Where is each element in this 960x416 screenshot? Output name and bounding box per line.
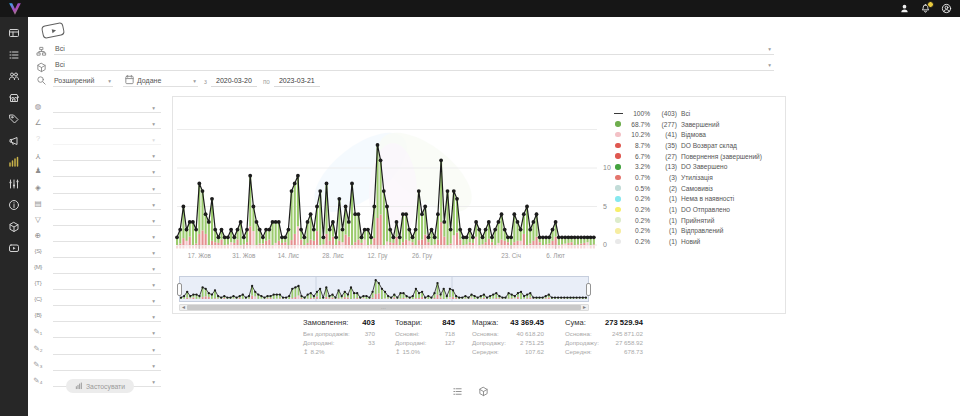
legend-item[interactable]: 3.2%(13)DO Завершено <box>613 161 762 172</box>
sales-channel-filter-select[interactable]: ▾ <box>53 118 161 129</box>
chevron-down-icon: ▾ <box>152 202 155 209</box>
help-filter-select[interactable]: ▾ <box>53 134 161 145</box>
date-to-input[interactable]: 2023-03-21 <box>274 77 320 87</box>
legend-item[interactable]: 8.7%(35)DO Возврат склад <box>613 140 762 151</box>
date-from-input[interactable]: 2020-03-20 <box>211 77 257 87</box>
legend-item[interactable]: 0.2%(1)Відправлений <box>613 226 762 237</box>
legend-item[interactable]: 0.2%(1)Новий <box>613 236 762 247</box>
product-filter-select[interactable]: ▾ <box>53 183 161 194</box>
video-widget-button[interactable] <box>41 22 65 39</box>
product-filter-icon: ◈ <box>31 183 45 194</box>
manager-filter-select[interactable]: ▾ <box>53 166 161 177</box>
custom-field-1-filter[interactable]: ✎₁▾ <box>31 322 161 338</box>
legend-count: (277) <box>653 121 677 128</box>
chart-minimap[interactable] <box>179 276 589 302</box>
apply-button[interactable]: Застосувати <box>66 379 134 393</box>
minimap-handle-left[interactable] <box>177 283 182 296</box>
website-filter-icon: ⊕ <box>31 231 45 242</box>
payment-filter[interactable]: ▤▾ <box>31 194 161 210</box>
legend-dot-marker <box>613 217 623 223</box>
app-logo-icon[interactable] <box>8 2 22 16</box>
chart-legend: 100%(403)Всі68.7%(277)Завершений10.2%(41… <box>613 108 762 247</box>
product-filter-row[interactable]: Всі ▾ <box>36 58 774 71</box>
status-b-filter-select[interactable]: ▾ <box>53 311 161 322</box>
legend-item[interactable]: 0.7%(3)Утилізація <box>613 172 762 183</box>
sidebar-item-about[interactable] <box>8 199 20 211</box>
legend-item[interactable]: 68.7%(277)Завершений <box>613 119 762 130</box>
funnel-filter[interactable]: ▽▾ <box>31 210 161 226</box>
custom-field-3-filter-select[interactable]: ▾ <box>53 360 161 371</box>
help-filter[interactable]: ?▾ <box>31 129 161 145</box>
search-mode-dropdown[interactable]: Розширений ▾ <box>53 77 113 87</box>
legend-item[interactable]: 0.2%(1)Прийнятий <box>613 215 762 226</box>
custom-field-1-filter-select[interactable]: ▾ <box>53 327 161 338</box>
stat-title-row: Товари:845 <box>395 318 455 327</box>
status-c-filter[interactable]: {C}▾ <box>31 290 161 306</box>
custom-field-2-filter-select[interactable]: ▾ <box>53 344 161 355</box>
legend-count: (1) <box>653 195 677 202</box>
country-filter-select[interactable]: ▾ <box>53 102 161 113</box>
manager-filter[interactable]: ♟▾ <box>31 161 161 177</box>
scroll-right-arrow[interactable]: ▸ <box>581 304 588 311</box>
status-m-filter-select[interactable]: ▾ <box>53 263 161 274</box>
chevron-down-icon: ▾ <box>768 46 771 52</box>
status-s-filter[interactable]: {S}▾ <box>31 242 161 258</box>
funnel-filter-select[interactable]: ▾ <box>53 215 161 226</box>
legend-item[interactable]: 100%(403)Всі <box>613 108 762 119</box>
chevron-down-icon: ▾ <box>152 218 155 225</box>
payment-filter-select[interactable]: ▾ <box>53 199 161 210</box>
sidebar-item-orders[interactable] <box>8 49 20 61</box>
date-field-dropdown[interactable]: Додане ▾ <box>123 74 198 87</box>
status-c-filter-select[interactable]: ▾ <box>53 295 161 306</box>
sidebar-item-store[interactable] <box>8 92 20 104</box>
sales-channel-filter[interactable]: ∠▾ <box>31 113 161 129</box>
search-icon <box>36 75 47 86</box>
notifications-icon[interactable] <box>920 3 931 14</box>
custom-field-2-filter[interactable]: ✎₂▾ <box>31 338 161 354</box>
legend-count: (1) <box>653 238 677 245</box>
status-t-filter-select[interactable]: ▾ <box>53 279 161 290</box>
country-filter[interactable]: ◍▾ <box>31 97 161 113</box>
sidebar-item-statistics[interactable] <box>8 156 20 168</box>
sidebar-item-price-tags[interactable] <box>8 113 20 125</box>
legend-count: (403) <box>653 110 677 117</box>
stat-sub-value: 2 751.25 <box>520 339 544 348</box>
chart-scrollbar[interactable]: ◂ ⋯ ▸ <box>179 304 589 311</box>
custom-field-3-filter[interactable]: ✎₃▾ <box>31 355 161 371</box>
status-m-filter[interactable]: {M}▾ <box>31 258 161 274</box>
view-products-button[interactable] <box>478 383 489 394</box>
sidebar-item-delivery[interactable] <box>8 221 20 233</box>
sidebar-item-dashboard[interactable] <box>8 27 20 39</box>
source-filter-row[interactable]: Всі ▾ <box>36 42 774 55</box>
legend-item[interactable]: 0.2%(1)Нема в наявності <box>613 194 762 205</box>
stat-title: Товари: <box>395 318 422 327</box>
minimap-handle-right[interactable] <box>586 283 591 296</box>
account-icon[interactable] <box>941 3 952 14</box>
status-t-filter[interactable]: {T}▾ <box>31 274 161 290</box>
website-filter-select[interactable]: ▾ <box>53 231 161 242</box>
sidebar-item-settings[interactable] <box>8 178 20 190</box>
custom-field-2-filter-icon: ✎₂ <box>31 344 45 355</box>
department-filter-select[interactable]: ▾ <box>53 150 161 161</box>
legend-item[interactable]: 10.2%(41)Відмова <box>613 129 762 140</box>
website-filter[interactable]: ⊕▾ <box>31 226 161 242</box>
sidebar-item-video-lessons[interactable] <box>8 242 20 254</box>
stat-sub-label: Середня: <box>565 348 592 357</box>
legend-item[interactable]: 0.5%(2)Самовивіз <box>613 183 762 194</box>
product-filter[interactable]: ◈▾ <box>31 177 161 193</box>
stat-sub-row: Основна:40 618.20 <box>472 330 544 339</box>
status-s-filter-select[interactable]: ▾ <box>53 247 161 258</box>
play-icon <box>51 28 56 33</box>
view-list-button[interactable] <box>452 383 463 394</box>
legend-percent: 0.2% <box>626 206 650 213</box>
legend-percent: 0.2% <box>626 238 650 245</box>
department-filter[interactable]: Y▾ <box>31 145 161 161</box>
status-b-filter[interactable]: {B}▾ <box>31 306 161 322</box>
user-profile-icon[interactable] <box>899 3 910 14</box>
legend-item[interactable]: 6.7%(27)Повернення (завершений) <box>613 151 762 162</box>
legend-item[interactable]: 0.2%(1)DO Отправлено <box>613 204 762 215</box>
scrollbar-thumb[interactable]: ⋯ <box>187 305 581 310</box>
sidebar-item-customers[interactable] <box>8 70 20 82</box>
sidebar-item-marketing[interactable] <box>8 135 20 147</box>
scroll-left-arrow[interactable]: ◂ <box>180 304 187 311</box>
